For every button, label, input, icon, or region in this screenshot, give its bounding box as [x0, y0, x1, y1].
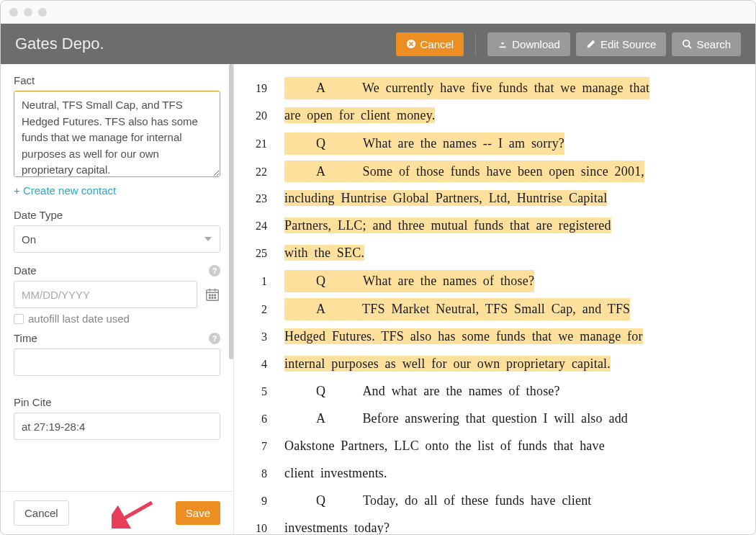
search-icon — [682, 39, 692, 49]
edit-source-button[interactable]: Edit Source — [576, 32, 667, 56]
line-number: 3 — [248, 331, 284, 343]
svg-point-1 — [683, 40, 690, 47]
fact-label: Fact — [14, 74, 220, 86]
transcript-line[interactable]: 6A Before answering that question I will… — [248, 408, 719, 430]
fact-panel: Fact Neutral, TFS Small Cap, and TFS Hed… — [1, 64, 234, 534]
transcript-line[interactable]: 25with the SEC. — [248, 243, 719, 264]
line-number: 19 — [248, 82, 284, 95]
date-type-select[interactable]: On — [14, 225, 220, 253]
line-text: internal purposes as well for our own pr… — [284, 354, 611, 374]
transcript-line[interactable]: 1Q What are the names of those? — [248, 270, 719, 292]
sidebar-scrollbar[interactable] — [229, 64, 233, 359]
app-window: Gates Depo. Cancel Download Edit Source … — [0, 0, 756, 535]
svg-point-5 — [215, 295, 216, 296]
line-number: 5 — [248, 385, 284, 398]
transcript-line[interactable]: 4internal purposes as well for our own p… — [248, 354, 719, 375]
search-button[interactable]: Search — [672, 32, 741, 56]
svg-point-8 — [215, 297, 216, 299]
line-text: investments today? — [284, 518, 390, 534]
line-number: 20 — [248, 109, 284, 122]
svg-point-3 — [209, 295, 210, 296]
search-button-label: Search — [696, 38, 731, 50]
header-divider — [475, 33, 476, 55]
page-header: Gates Depo. Cancel Download Edit Source … — [1, 24, 755, 64]
line-text: including Huntrise Global Partners, Ltd,… — [284, 188, 607, 209]
line-text: Q What are the names -- I am sorry? — [284, 132, 564, 155]
window-titlebar — [1, 1, 755, 24]
line-text: Partners, LLC; and three mutual funds th… — [284, 215, 611, 236]
line-text: are open for client money. — [284, 105, 435, 126]
transcript-line[interactable]: 24Partners, LLC; and three mutual funds … — [248, 215, 719, 237]
transcript-line[interactable]: 7Oakstone Partners, LLC onto the list of… — [248, 436, 719, 457]
line-number: 25 — [248, 247, 284, 260]
fact-panel-footer: Cancel Save — [1, 491, 233, 534]
line-text: Q What are the names of those? — [284, 270, 534, 292]
cancel-button[interactable]: Cancel — [396, 32, 464, 56]
download-button-label: Download — [512, 38, 560, 50]
fact-textarea[interactable]: Neutral, TFS Small Cap, and TFS Hedged F… — [14, 91, 220, 177]
transcript-line[interactable]: 23including Huntrise Global Partners, Lt… — [248, 188, 719, 210]
date-type-select-wrap: On — [14, 225, 220, 253]
line-number: 22 — [248, 166, 284, 179]
main-content: Fact Neutral, TFS Small Cap, and TFS Hed… — [1, 64, 755, 534]
date-label: Date ? — [14, 264, 220, 277]
transcript-line[interactable]: 2A TFS Market Neutral, TFS Small Cap, an… — [248, 298, 719, 320]
line-number: 7 — [248, 440, 284, 453]
time-help-icon[interactable]: ? — [209, 333, 220, 344]
save-button[interactable]: Save — [176, 501, 220, 525]
line-text: A Some of those funds have been open sin… — [284, 161, 644, 183]
line-number: 23 — [248, 192, 284, 205]
close-circle-icon — [406, 39, 416, 49]
line-number: 4 — [248, 358, 284, 371]
line-text: A TFS Market Neutral, TFS Small Cap, and… — [284, 298, 630, 320]
transcript-line[interactable]: 21Q What are the names -- I am sorry? — [248, 132, 719, 155]
transcript-line[interactable]: 9Q Today, do all of these funds have cli… — [248, 490, 719, 512]
line-number: 1 — [248, 275, 284, 288]
line-text: A Before answering that question I will … — [284, 408, 628, 429]
line-number: 2 — [248, 303, 284, 316]
line-number: 21 — [248, 138, 284, 150]
transcript-line[interactable]: 3Hedged Futures. TFS also has some funds… — [248, 326, 719, 348]
cancel-button-label: Cancel — [420, 38, 454, 50]
svg-point-6 — [209, 297, 210, 299]
date-input[interactable] — [14, 281, 197, 308]
transcript-line[interactable]: 10investments today? — [248, 518, 719, 534]
line-text: A We currently have five funds that we m… — [284, 77, 649, 99]
time-label: Time ? — [14, 332, 220, 344]
transcript-line[interactable]: 8client investments. — [248, 463, 719, 485]
line-number: 10 — [248, 522, 284, 534]
time-input[interactable] — [14, 349, 220, 376]
line-text: Oakstone Partners, LLC onto the list of … — [284, 436, 605, 457]
date-help-icon[interactable]: ? — [209, 265, 220, 277]
transcript-line[interactable]: 19A We currently have five funds that we… — [248, 77, 719, 99]
panel-cancel-button[interactable]: Cancel — [14, 500, 69, 526]
page-title: Gates Depo. — [15, 35, 390, 53]
transcript-line[interactable]: 5Q And what are the names of those? — [248, 381, 719, 403]
line-text: with the SEC. — [284, 243, 364, 264]
pencil-icon — [586, 39, 596, 49]
transcript-line[interactable]: 20are open for client money. — [248, 105, 719, 127]
create-contact-link[interactable]: + Create new contact — [14, 184, 116, 197]
traffic-close-icon[interactable] — [9, 8, 18, 17]
date-row — [14, 281, 220, 308]
transcript-line[interactable]: 22A Some of those funds have been open s… — [248, 161, 719, 183]
svg-point-4 — [212, 295, 213, 296]
edit-source-button-label: Edit Source — [600, 38, 657, 50]
traffic-max-icon[interactable] — [38, 8, 47, 17]
line-number: 6 — [248, 413, 284, 426]
autofill-row[interactable]: autofill last date used — [14, 313, 220, 325]
pin-cite-input[interactable] — [14, 413, 220, 440]
fact-panel-scroll[interactable]: Fact Neutral, TFS Small Cap, and TFS Hed… — [1, 64, 233, 491]
transcript-view[interactable]: 19A We currently have five funds that we… — [234, 64, 755, 534]
line-text: Q And what are the names of those? — [284, 381, 560, 402]
pin-cite-label: Pin Cite — [14, 396, 220, 408]
date-label-text: Date — [14, 264, 37, 277]
traffic-min-icon[interactable] — [24, 8, 32, 17]
time-label-text: Time — [14, 332, 37, 344]
line-text: Hedged Futures. TFS also has some funds … — [284, 326, 643, 347]
line-number: 9 — [248, 495, 284, 508]
download-button[interactable]: Download — [487, 32, 570, 56]
autofill-checkbox[interactable] — [14, 314, 24, 324]
line-text: Q Today, do all of these funds have clie… — [284, 490, 592, 511]
calendar-icon[interactable] — [204, 287, 220, 302]
